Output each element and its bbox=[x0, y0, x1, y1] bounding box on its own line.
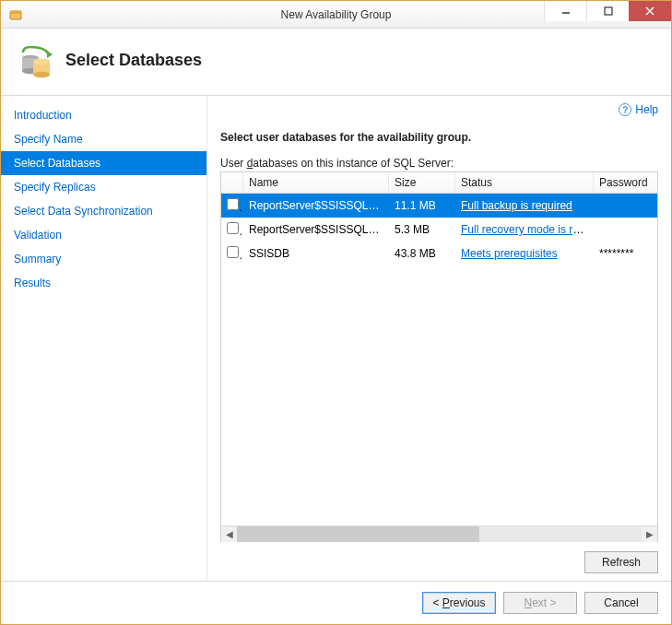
sidebar-item-validation[interactable]: Validation bbox=[1, 223, 206, 247]
app-icon bbox=[8, 7, 23, 22]
column-size[interactable]: Size bbox=[389, 172, 455, 193]
column-password[interactable]: Password bbox=[594, 172, 657, 193]
page-title: Select Databases bbox=[65, 51, 202, 70]
cancel-button[interactable]: Cancel bbox=[584, 592, 658, 614]
wizard-steps-nav: Introduction Specify Name Select Databas… bbox=[1, 96, 207, 581]
sidebar-item-specify-replicas[interactable]: Specify Replicas bbox=[1, 175, 206, 199]
sidebar-item-select-data-sync[interactable]: Select Data Synchronization bbox=[1, 199, 206, 223]
sidebar-item-results[interactable]: Results bbox=[1, 271, 206, 295]
horizontal-scrollbar[interactable]: ◀ ▶ bbox=[221, 525, 657, 541]
sidebar-item-specify-name[interactable]: Specify Name bbox=[1, 127, 206, 151]
scroll-track[interactable] bbox=[237, 526, 642, 542]
close-button[interactable] bbox=[629, 1, 671, 21]
list-label: User databases on this instance of SQL S… bbox=[220, 157, 658, 170]
svg-point-13 bbox=[33, 59, 50, 65]
database-icon bbox=[18, 41, 54, 78]
minimize-button[interactable] bbox=[544, 1, 586, 21]
help-link[interactable]: ? Help bbox=[619, 103, 658, 116]
databases-table: Name Size Status Password ReportServer$S… bbox=[220, 171, 658, 542]
sidebar-item-summary[interactable]: Summary bbox=[1, 247, 206, 271]
window-controls bbox=[544, 1, 671, 21]
next-button[interactable]: Next > bbox=[503, 592, 577, 614]
cell-password: ******** bbox=[594, 247, 657, 260]
row-checkbox[interactable] bbox=[227, 246, 239, 258]
cell-name: ReportServer$SSISSQLSER... bbox=[243, 199, 389, 212]
table-row[interactable]: ReportServer$SSISSQLSER... 5.3 MB Full r… bbox=[221, 218, 657, 242]
status-link[interactable]: Meets prerequisites bbox=[461, 247, 558, 260]
refresh-button[interactable]: Refresh bbox=[584, 551, 658, 573]
scroll-left-icon[interactable]: ◀ bbox=[221, 526, 237, 542]
wizard-footer: < Previous Next > Cancel bbox=[1, 581, 671, 623]
wizard-header: Select Databases bbox=[1, 29, 671, 96]
cell-size: 5.3 MB bbox=[389, 223, 455, 236]
cell-name: ReportServer$SSISSQLSER... bbox=[243, 223, 389, 236]
row-checkbox[interactable] bbox=[227, 222, 239, 234]
scroll-thumb[interactable] bbox=[237, 526, 479, 542]
sidebar-item-select-databases[interactable]: Select Databases bbox=[1, 151, 206, 175]
cell-size: 43.8 MB bbox=[389, 247, 455, 260]
help-icon: ? bbox=[619, 103, 631, 116]
table-row[interactable]: SSISDB 43.8 MB Meets prerequisites *****… bbox=[221, 242, 657, 265]
column-status[interactable]: Status bbox=[455, 172, 594, 193]
row-checkbox[interactable] bbox=[227, 198, 239, 210]
cell-name: SSISDB bbox=[243, 247, 389, 260]
instruction-text: Select user databases for the availabili… bbox=[220, 131, 658, 144]
previous-button[interactable]: < Previous bbox=[422, 592, 496, 614]
sidebar-item-introduction[interactable]: Introduction bbox=[1, 103, 206, 127]
main-panel: ? Help Select user databases for the ava… bbox=[207, 96, 671, 581]
title-bar: New Availability Group bbox=[1, 1, 671, 29]
cell-size: 11.1 MB bbox=[389, 199, 455, 212]
table-row[interactable]: ReportServer$SSISSQLSER... 11.1 MB Full … bbox=[221, 194, 657, 218]
svg-point-12 bbox=[33, 72, 50, 77]
svg-marker-6 bbox=[47, 51, 53, 58]
table-header: Name Size Status Password bbox=[221, 172, 657, 194]
status-link[interactable]: Full recovery mode is re... bbox=[461, 223, 588, 236]
table-body: ReportServer$SSISSQLSER... 11.1 MB Full … bbox=[221, 194, 657, 525]
column-name[interactable]: Name bbox=[243, 172, 389, 193]
svg-rect-3 bbox=[605, 7, 612, 15]
status-link[interactable]: Full backup is required bbox=[461, 199, 572, 212]
scroll-right-icon[interactable]: ▶ bbox=[642, 526, 657, 542]
maximize-button[interactable] bbox=[586, 1, 629, 21]
svg-rect-1 bbox=[10, 11, 21, 14]
column-checkbox[interactable] bbox=[221, 172, 243, 193]
